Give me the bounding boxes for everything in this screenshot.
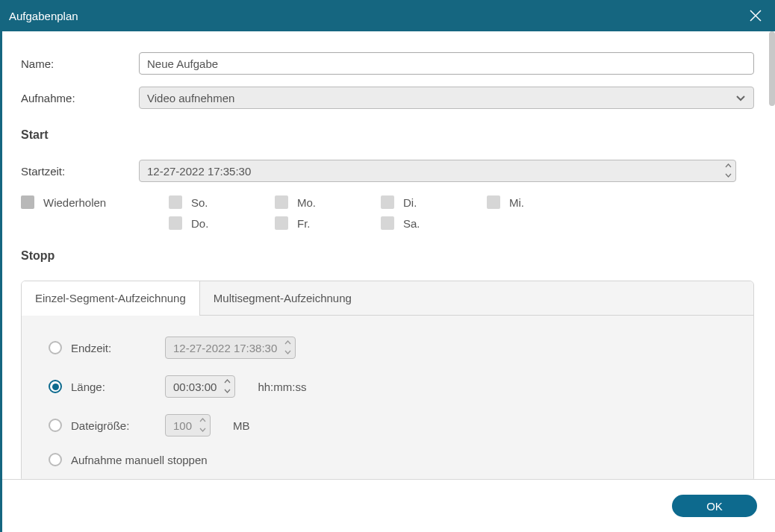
chevron-up-icon	[224, 379, 231, 384]
day-di-checkbox[interactable]	[381, 195, 394, 209]
day-di: Di.	[381, 195, 487, 209]
endzeit-value: 12-27-2022 17:38:30	[173, 342, 277, 354]
tab-multi[interactable]: Multisegment-Aufzeichnung	[200, 281, 365, 316]
laenge-row: Länge: 00:03:00 hh:mm:ss	[49, 375, 726, 398]
endzeit-label: Endzeit:	[71, 342, 111, 354]
manuell-radio[interactable]	[49, 453, 62, 466]
dateigroesse-label: Dateigröße:	[71, 419, 129, 432]
day-do-label: Do.	[191, 217, 208, 230]
scrollbar-track[interactable]	[769, 31, 775, 479]
day-grid: So. Mo. Di. Mi. Do. Fr.	[169, 195, 593, 230]
chevron-up-icon	[284, 340, 291, 345]
day-mo-label: Mo.	[297, 196, 316, 209]
tabs-header: Einzel-Segment-Aufzeichnung Multisegment…	[22, 281, 753, 316]
day-do: Do.	[169, 216, 275, 230]
manuell-label: Aufnahme manuell stoppen	[71, 454, 208, 466]
laenge-value: 00:03:00	[173, 381, 217, 393]
day-mo-checkbox[interactable]	[275, 195, 288, 209]
dateigroesse-unit: MB	[233, 419, 250, 432]
titlebar: Aufgabenplan	[0, 0, 775, 31]
startzeit-label: Startzeit:	[21, 165, 139, 178]
dateigroesse-row: Dateigröße: 100 MB	[49, 414, 726, 436]
aufnahme-select[interactable]: Video aufnehmen	[139, 87, 754, 109]
endzeit-radio[interactable]	[49, 341, 62, 354]
start-heading: Start	[21, 128, 754, 142]
day-so-label: So.	[191, 196, 208, 209]
aufnahme-row: Aufnahme: Video aufnehmen	[21, 87, 754, 109]
day-fr-checkbox[interactable]	[275, 216, 288, 230]
stopp-heading: Stopp	[21, 249, 754, 263]
startzeit-input[interactable]: 12-27-2022 17:35:30	[139, 160, 736, 182]
endzeit-input[interactable]: 12-27-2022 17:38:30	[165, 337, 296, 359]
chevron-down-icon	[199, 428, 206, 432]
day-mi-label: Mi.	[509, 196, 524, 209]
dateigroesse-down[interactable]	[197, 425, 208, 434]
chevron-up-icon	[725, 163, 732, 168]
name-label: Name:	[21, 57, 139, 70]
dialog-content: Name: Aufnahme: Video aufnehmen Start St…	[0, 31, 775, 479]
close-button[interactable]	[747, 7, 764, 24]
name-row: Name:	[21, 52, 754, 75]
tab-spacer	[365, 281, 753, 316]
aufnahme-value: Video aufnehmen	[147, 92, 234, 104]
laenge-down[interactable]	[222, 387, 232, 395]
repeat-label: Wiederholen	[43, 196, 106, 209]
repeat-checkbox[interactable]	[21, 195, 34, 209]
chevron-down-icon	[224, 389, 231, 393]
day-mi-checkbox[interactable]	[487, 195, 500, 209]
day-fr: Fr.	[275, 216, 381, 230]
dialog-footer: OK	[2, 479, 775, 532]
day-mi: Mi.	[487, 195, 593, 209]
startzeit-row: Startzeit: 12-27-2022 17:35:30	[21, 160, 754, 182]
day-mo: Mo.	[275, 195, 381, 209]
laenge-up[interactable]	[222, 377, 232, 386]
dateigroesse-value: 100	[173, 419, 192, 432]
name-input[interactable]	[139, 52, 754, 75]
scrollbar-thumb[interactable]	[769, 31, 775, 106]
day-so: So.	[169, 195, 275, 209]
day-sa: Sa.	[381, 216, 487, 230]
titlebar-title: Aufgabenplan	[9, 10, 78, 22]
chevron-down-icon	[725, 173, 732, 178]
startzeit-down[interactable]	[723, 171, 733, 180]
day-di-label: Di.	[403, 196, 417, 209]
repeat-checkbox-item: Wiederholen	[21, 195, 169, 209]
day-sa-checkbox[interactable]	[381, 216, 394, 230]
chevron-down-icon	[284, 350, 291, 354]
manuell-row: Aufnahme manuell stoppen	[49, 453, 726, 466]
repeat-row: Wiederholen So. Mo. Di. Mi. Do.	[21, 195, 754, 230]
tab-einzel[interactable]: Einzel-Segment-Aufzeichnung	[22, 281, 200, 316]
day-do-checkbox[interactable]	[169, 216, 182, 230]
tab-content: Endzeit: 12-27-2022 17:38:30	[22, 316, 753, 481]
ok-button[interactable]: OK	[672, 495, 757, 517]
laenge-unit: hh:mm:ss	[258, 381, 306, 393]
dateigroesse-radio[interactable]	[49, 419, 62, 432]
endzeit-down[interactable]	[282, 348, 293, 357]
day-so-checkbox[interactable]	[169, 195, 182, 209]
stopp-tabs: Einzel-Segment-Aufzeichnung Multisegment…	[21, 281, 754, 482]
close-icon	[749, 9, 762, 22]
endzeit-row: Endzeit: 12-27-2022 17:38:30	[49, 337, 726, 359]
endzeit-up[interactable]	[282, 338, 293, 347]
dateigroesse-up[interactable]	[197, 416, 208, 425]
startzeit-value: 12-27-2022 17:35:30	[147, 165, 251, 178]
chevron-down-icon	[735, 93, 746, 103]
day-fr-label: Fr.	[297, 217, 311, 230]
day-sa-label: Sa.	[403, 217, 420, 230]
laenge-label: Länge:	[71, 381, 105, 393]
laenge-radio[interactable]	[49, 380, 62, 393]
startzeit-up[interactable]	[723, 161, 733, 170]
aufnahme-label: Aufnahme:	[21, 92, 139, 104]
chevron-up-icon	[199, 418, 206, 422]
